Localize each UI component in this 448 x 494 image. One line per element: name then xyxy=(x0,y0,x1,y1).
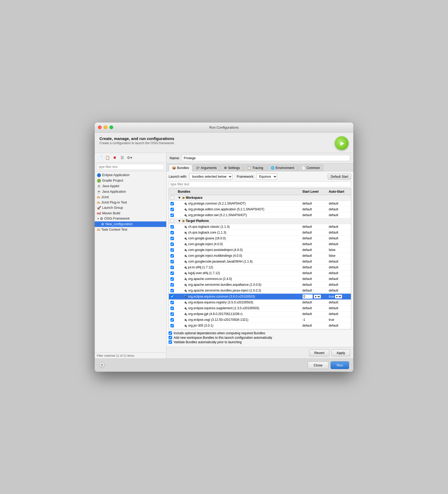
tab-environment[interactable]: 🌐 Environment xyxy=(267,164,298,171)
close-window-button[interactable] xyxy=(98,125,102,129)
gradle-icon: 🟢 xyxy=(97,179,101,183)
tab-tracing[interactable]: 📋 Tracing xyxy=(244,164,266,171)
bundle-checkbox[interactable] xyxy=(170,272,174,275)
default-start-button[interactable]: Default Start xyxy=(328,174,351,180)
tabs-row: 📦 Bundles ()= Arguments ⚙ Settings 📋 Tra… xyxy=(166,163,353,171)
task-context-icon: Ju xyxy=(97,228,100,231)
bundle-checkbox[interactable] xyxy=(170,237,174,240)
bundle-table: Bundles Start Level Auto-Start ▼ ▶ Works… xyxy=(169,188,351,330)
bundle-checkbox[interactable] xyxy=(170,266,174,269)
bundle-checkbox[interactable] xyxy=(170,214,174,217)
bundle-checkbox[interactable] xyxy=(170,254,174,258)
bundle-table-header: Bundles Start Level Auto-Start xyxy=(169,188,351,195)
bundle-checkbox[interactable] xyxy=(170,231,174,234)
name-input[interactable] xyxy=(182,155,350,161)
sidebar-item-junit[interactable]: Ju JUnit xyxy=(95,195,166,200)
sidebar-item-task-context[interactable]: Ju Task Context Test xyxy=(95,227,166,232)
sidebar-item-java-applet[interactable]: ☕ Java Applet xyxy=(95,183,166,189)
auto-start-dropdown[interactable]: ▾ xyxy=(335,294,342,299)
bundle-auto-start: default xyxy=(327,201,351,206)
titlebar: Run Configurations xyxy=(95,123,353,133)
bundle-filter-input[interactable] xyxy=(169,181,351,187)
option-label-2: Add new workspace Bundles to this launch… xyxy=(174,336,272,340)
run-button[interactable]: Run xyxy=(331,361,349,369)
maximize-window-button[interactable] xyxy=(109,125,113,129)
sidebar-footer: Filter matched 11 of 11 items xyxy=(95,352,166,359)
sidebar-filter-input[interactable] xyxy=(97,164,164,170)
bundle-icon: 🔌 xyxy=(184,283,187,287)
framework-select[interactable]: Equinox xyxy=(256,173,277,180)
target-group-checkbox[interactable] xyxy=(170,219,174,223)
revert-button[interactable]: Revert xyxy=(309,349,329,356)
sidebar-item-osgi[interactable]: ▼ ⚙ OSGi Framework xyxy=(95,216,166,221)
new-config-button[interactable]: 📄 xyxy=(97,154,103,161)
run-icon[interactable] xyxy=(335,136,349,150)
tab-bundles[interactable]: 📦 Bundles xyxy=(169,164,192,171)
name-label: Name: xyxy=(170,156,180,160)
bundle-checkbox[interactable] xyxy=(170,202,174,205)
table-row: 🔌org.jsr-305 (3.0.1) default default xyxy=(169,323,351,329)
bundle-checkbox[interactable] xyxy=(170,295,174,298)
bundle-checkbox[interactable] xyxy=(170,243,174,246)
table-row: 🔌org.eclipse.equinox.supplement (1.3.0.v… xyxy=(169,306,351,311)
bundle-checkbox[interactable] xyxy=(170,225,174,229)
bundle-checkbox[interactable] xyxy=(170,260,174,263)
option-checkbox-3[interactable] xyxy=(169,340,172,344)
bundle-checkbox[interactable] xyxy=(170,289,174,292)
main-body: 📄 📋 ✖ ☰ ⚙▾ 🔵 Eclipse Application 🟢 Gradl… xyxy=(95,153,353,359)
sidebar-item-gradle-project[interactable]: 🟢 Gradle Project xyxy=(95,178,166,183)
bundle-checkbox[interactable] xyxy=(170,301,174,304)
bundle-icon: 🔌 xyxy=(184,225,187,229)
sidebar-item-java-application[interactable]: ☕ Java Application xyxy=(95,189,166,195)
start-level-input[interactable] xyxy=(302,294,313,299)
help-button[interactable]: ? xyxy=(99,362,105,368)
tab-settings[interactable]: ⚙ Settings xyxy=(221,164,243,171)
tab-common[interactable]: 📄 Common xyxy=(298,164,323,171)
table-row-selected[interactable]: 🔌org.eclipse.equinox.common (3.6.0.v2010… xyxy=(169,294,351,300)
bundle-cb-cell xyxy=(169,201,176,206)
sidebar-item-eclipse-application[interactable]: 🔵 Eclipse Application xyxy=(95,172,166,178)
bundle-checkbox[interactable] xyxy=(170,307,174,310)
table-row: 🔌org.apache.commons.io (2.4.0) default d… xyxy=(169,276,351,282)
sidebar-item-junit-plugin[interactable]: Ju JUnit Plug-in Test xyxy=(95,200,166,205)
option-row-2: Add new workspace Bundles to this launch… xyxy=(169,336,351,340)
header-text: Create, manage, and run configurations C… xyxy=(99,136,175,145)
framework-label: Framework: xyxy=(237,175,254,178)
option-row-1: Include optional dependencies when compu… xyxy=(169,331,351,335)
bundle-checkbox[interactable] xyxy=(170,324,174,327)
table-row: 🔌 org.protege.editor.core.application (5… xyxy=(169,207,351,212)
sidebar-item-launch-group[interactable]: 🚀 Launch Group xyxy=(95,205,166,211)
bundle-checkbox[interactable] xyxy=(170,312,174,316)
close-button[interactable]: Close xyxy=(308,361,328,369)
header-checkbox xyxy=(169,189,176,194)
tab-arguments[interactable]: ()= Arguments xyxy=(193,164,220,171)
option-checkbox-1[interactable] xyxy=(169,331,172,335)
apply-button[interactable]: Apply xyxy=(331,349,350,356)
target-arrow: ▼ xyxy=(178,219,181,223)
header-subtitle: Create a configuration to launch the OSG… xyxy=(99,141,175,145)
workspace-group-checkbox[interactable] xyxy=(170,196,174,200)
delete-config-button[interactable]: ✖ xyxy=(112,154,118,161)
bundle-icon: 🔌 xyxy=(184,312,187,316)
view-config-button[interactable]: ☰ xyxy=(119,154,125,161)
bundle-checkbox[interactable] xyxy=(170,283,174,287)
java-applet-icon: ☕ xyxy=(97,184,101,188)
launch-with-select[interactable]: bundles selected below xyxy=(189,173,232,180)
bundle-checkbox[interactable] xyxy=(170,248,174,252)
bundle-checkbox[interactable] xyxy=(170,208,174,211)
bundle-icon: 🔌 xyxy=(184,277,187,281)
bundle-name-cell: 🔌 org.protege.common (5.2.1.SNAPSHOT) xyxy=(176,201,301,206)
bundle-checkbox[interactable] xyxy=(170,318,174,322)
start-level-dropdown[interactable]: ▾ xyxy=(314,294,321,299)
bundle-icon: 🔌 xyxy=(184,243,187,246)
minimize-window-button[interactable] xyxy=(104,125,107,129)
duplicate-config-button[interactable]: 📋 xyxy=(104,154,111,161)
table-row: 🔌log4j.over.slf4j (1.7.12) default defau… xyxy=(169,270,351,276)
filter-config-button[interactable]: ⚙▾ xyxy=(126,154,133,161)
bundle-icon: 🔌 xyxy=(184,289,187,292)
option-checkbox-2[interactable] xyxy=(169,336,172,339)
sidebar-item-new-configuration[interactable]: ⚙ New_configuration xyxy=(95,221,166,227)
sidebar-item-maven[interactable]: m2 Maven Build xyxy=(95,211,166,216)
bundle-checkbox[interactable] xyxy=(170,277,174,281)
junit-icon: Ju xyxy=(97,196,100,199)
